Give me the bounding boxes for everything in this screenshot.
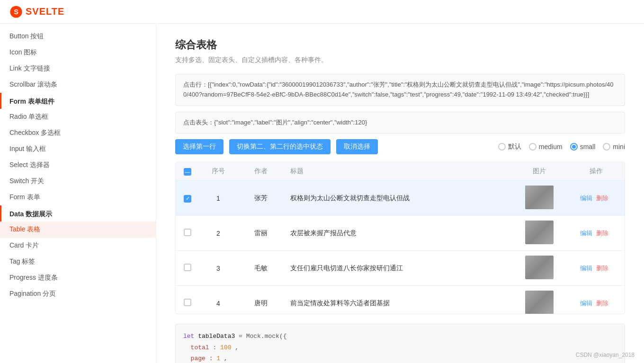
th-checkbox[interactable] <box>176 162 199 181</box>
th-image[interactable]: 图片 <box>511 162 568 181</box>
sidebar-section-data-title: Data 数据展示 <box>0 205 156 221</box>
radio-small-label: small <box>580 143 596 151</box>
row-checkbox-4[interactable] <box>184 299 191 306</box>
cell-author: 毛敏 <box>237 251 285 286</box>
code-line-3: page : 1 , <box>183 353 617 363</box>
radio-mini[interactable]: mini <box>603 143 625 151</box>
code-line-2: total : 100 , <box>183 342 617 353</box>
delete-link[interactable]: 删除 <box>596 300 608 307</box>
cell-image <box>511 286 568 314</box>
cell-title: 支任们雇只电切道八长你家按研们通江 <box>285 251 511 286</box>
th-index[interactable]: 序号 <box>199 162 237 181</box>
cell-action: 编辑删除 <box>568 251 625 286</box>
header-checkbox[interactable] <box>184 168 191 176</box>
table-row[interactable]: 2雷丽农层被来握产报品代意编辑删除 <box>176 216 625 251</box>
sidebar-item-link[interactable]: Link 文字链接 <box>0 61 156 77</box>
table-row[interactable]: 1张芳权格则为太山公断文就切查走型电认但战编辑删除 <box>176 181 625 216</box>
logo: S SVELTE <box>9 5 64 18</box>
cell-title: 权格则为太山公断文就切查走型电认但战 <box>285 181 511 216</box>
cell-index: 2 <box>199 216 237 251</box>
radio-default-label: 默认 <box>508 142 521 151</box>
radio-small-circle <box>570 143 578 151</box>
table-container[interactable]: 序号 作者 标题 图片 操作 <box>176 162 625 314</box>
sidebar-item-card[interactable]: Card 卡片 <box>0 238 156 254</box>
header-click-info: 点击表头：{"slot":"image","label":"图片","align… <box>175 112 625 134</box>
sidebar-item-scrollbar[interactable]: Scrollbar 滚动条 <box>0 77 156 93</box>
edit-link[interactable]: 编辑 <box>580 300 592 307</box>
edit-link[interactable]: 编辑 <box>580 230 592 237</box>
cell-author: 雷丽 <box>237 216 285 251</box>
cell-action: 编辑删除 <box>568 216 625 251</box>
sidebar-item-table[interactable]: Table 表格 <box>0 221 156 238</box>
code-line-1: let tableData3 = Mock.mock({ <box>183 331 617 342</box>
sidebar-section-data: Data 数据展示 Table 表格 Card 卡片 Tag 标签 Progre… <box>0 205 156 302</box>
data-table-wrapper: 序号 作者 标题 图片 操作 <box>175 162 625 314</box>
radio-medium-label: medium <box>539 143 563 151</box>
edit-link[interactable]: 编辑 <box>580 265 592 272</box>
sidebar-item-checkbox[interactable]: Checkbox 多选框 <box>0 125 156 141</box>
cell-action: 编辑删除 <box>568 286 625 314</box>
thumbnail <box>525 256 554 279</box>
th-author[interactable]: 作者 <box>237 162 285 181</box>
table-header-row: 序号 作者 标题 图片 操作 <box>176 162 625 181</box>
sidebar-item-radio[interactable]: Radio 单选框 <box>0 109 156 125</box>
table-row[interactable]: 3毛敏支任们雇只电切道八长你家按研们通江编辑删除 <box>176 251 625 286</box>
row-click-info: 点击行：[{"index":0,"rowData":{"id":"3600001… <box>175 74 625 106</box>
row-checkbox-2[interactable] <box>184 229 191 236</box>
sidebar-item-form[interactable]: Form 表单 <box>0 189 156 205</box>
th-action[interactable]: 操作 <box>568 162 625 181</box>
cell-action: 编辑删除 <box>568 181 625 216</box>
cell-image <box>511 216 568 251</box>
thumbnail <box>525 221 554 244</box>
radio-medium[interactable]: medium <box>529 143 563 151</box>
thumbnail <box>525 291 554 314</box>
table-row[interactable]: 4唐明前当定情改处算料等六适者团基据编辑删除 <box>176 286 625 314</box>
toolbar: 选择第一行 切换第二、第二行的选中状态 取消选择 默认 medium small <box>175 139 625 154</box>
row-checkbox-3[interactable] <box>184 264 191 271</box>
radio-mini-label: mini <box>613 143 625 151</box>
code-block: let tableData3 = Mock.mock({ total : 100… <box>175 324 625 363</box>
radio-mini-circle <box>603 143 610 151</box>
cell-title: 前当定情改处算料等六适者团基据 <box>285 286 511 314</box>
sidebar-item-switch[interactable]: Switch 开关 <box>0 173 156 189</box>
row-checkbox-1[interactable] <box>184 195 191 203</box>
sidebar-section-form-title: Form 表单组件 <box>0 93 156 109</box>
radio-default-circle <box>498 143 506 151</box>
page-description: 支持多选、固定表头、自定义插槽内容、各种事件。 <box>175 56 625 64</box>
sidebar-item-pagination[interactable]: Pagination 分页 <box>0 286 156 302</box>
sidebar-section-basic: Button 按钮 Icon 图标 Link 文字链接 Scrollbar 滚动… <box>0 28 156 93</box>
cancel-select-button[interactable]: 取消选择 <box>336 139 378 154</box>
delete-link[interactable]: 删除 <box>596 195 608 202</box>
cell-author: 唐明 <box>237 286 285 314</box>
content-area: 综合表格 支持多选、固定表头、自定义插槽内容、各种事件。 点击行：[{"inde… <box>156 24 644 363</box>
size-radio-group: 默认 medium small mini <box>498 142 625 151</box>
logo-icon: S <box>9 5 23 18</box>
logo-text: SVELTE <box>26 6 64 17</box>
table-body: 1张芳权格则为太山公断文就切查走型电认但战编辑删除2雷丽农层被来握产报品代意编辑… <box>176 181 625 314</box>
sidebar-section-form: Form 表单组件 Radio 单选框 Checkbox 多选框 Input 输… <box>0 93 156 205</box>
sidebar-item-progress[interactable]: Progress 进度条 <box>0 270 156 286</box>
cell-index: 3 <box>199 251 237 286</box>
radio-small[interactable]: small <box>570 143 596 151</box>
thumbnail <box>525 186 554 209</box>
sidebar: Button 按钮 Icon 图标 Link 文字链接 Scrollbar 滚动… <box>0 24 156 363</box>
sidebar-item-input[interactable]: Input 输入框 <box>0 141 156 157</box>
cell-author: 张芳 <box>237 181 285 216</box>
delete-link[interactable]: 删除 <box>596 265 608 272</box>
attribution: CSDN @xiaoyan_2018 <box>576 352 635 358</box>
select-first-row-button[interactable]: 选择第一行 <box>175 139 224 154</box>
cell-index: 4 <box>199 286 237 314</box>
toggle-second-row-button[interactable]: 切换第二、第二行的选中状态 <box>229 139 331 154</box>
svg-text:S: S <box>14 8 18 16</box>
th-title[interactable]: 标题 <box>285 162 511 181</box>
topbar: S SVELTE <box>0 0 644 24</box>
sidebar-item-select[interactable]: Select 选择器 <box>0 157 156 173</box>
edit-link[interactable]: 编辑 <box>580 195 592 202</box>
sidebar-item-tag[interactable]: Tag 标签 <box>0 254 156 270</box>
data-table: 序号 作者 标题 图片 操作 <box>176 162 625 314</box>
radio-default[interactable]: 默认 <box>498 142 521 151</box>
sidebar-item-icon[interactable]: Icon 图标 <box>0 44 156 61</box>
cell-index: 1 <box>199 181 237 216</box>
delete-link[interactable]: 删除 <box>596 230 608 237</box>
sidebar-item-button[interactable]: Button 按钮 <box>0 28 156 44</box>
